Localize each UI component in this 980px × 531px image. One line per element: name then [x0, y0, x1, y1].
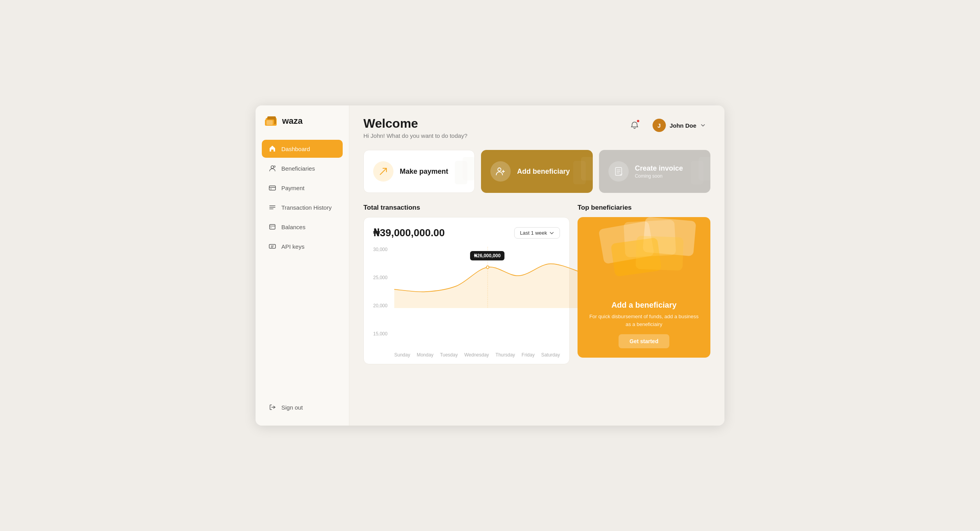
svg-rect-23 [691, 161, 703, 184]
chart-card: ₦39,000,000.00 Last 1 week 30,00025,0002… [363, 217, 570, 364]
home-icon [268, 144, 277, 153]
chart-svg-wrap: ₦26,000,000 [394, 247, 581, 310]
page-title: Welcome [363, 116, 467, 131]
sidebar-item-transaction-history[interactable]: Transaction History [262, 198, 343, 216]
add-beneficiary-card[interactable]: Add beneficiary [481, 150, 592, 193]
chart-y-labels: 30,00025,00020,00015,000 [373, 247, 393, 337]
svg-rect-17 [455, 161, 467, 184]
make-payment-decoration [451, 153, 475, 190]
svg-point-4 [271, 166, 274, 169]
chart-x-labels: SundayMondayTuesdayWednesdayThursdayFrid… [373, 352, 560, 358]
svg-rect-11 [270, 225, 275, 229]
chevron-down-icon [549, 231, 554, 235]
chart-total: ₦39,000,000.00 [373, 227, 445, 239]
user-menu[interactable]: J John Doe [648, 116, 710, 134]
sidebar-item-api-keys[interactable]: API keys [262, 237, 343, 255]
make-payment-label: Make payment [400, 167, 448, 176]
period-select[interactable]: Last 1 week [514, 227, 560, 239]
create-invoice-text: Create invoice Coming soon [635, 164, 683, 179]
svg-point-12 [271, 227, 272, 228]
svg-rect-6 [269, 186, 275, 190]
beneficiary-card: Add a beneficiary For quick disbursement… [578, 217, 710, 358]
add-user-icon [495, 166, 506, 176]
beneficiary-art [578, 217, 710, 295]
transaction-history-icon [268, 203, 277, 212]
invoice-icon [613, 166, 624, 176]
sidebar: waza Dashboard [256, 105, 349, 426]
notification-dot [636, 119, 640, 123]
top-beneficiaries-title: Top beneficiaries [578, 204, 710, 212]
add-beneficiary-decoration [569, 153, 593, 190]
beneficiaries-icon [268, 164, 277, 173]
payment-icon [268, 184, 277, 192]
create-invoice-label: Create invoice [635, 164, 683, 173]
chart-header: ₦39,000,000.00 Last 1 week [373, 227, 560, 239]
signout-button[interactable]: Sign out [262, 398, 343, 416]
svg-rect-3 [266, 120, 273, 125]
svg-rect-13 [269, 244, 275, 248]
create-invoice-card: Create invoice Coming soon [599, 150, 710, 193]
chart-section: Total transactions ₦39,000,000.00 Last 1… [363, 204, 570, 364]
logo: waza [256, 115, 349, 140]
svg-rect-7 [270, 189, 272, 189]
sidebar-bottom: Sign out [256, 398, 349, 416]
page-header: Welcome Hi John! What do you want to do … [363, 116, 710, 139]
waza-logo-icon [265, 115, 279, 127]
logo-text: waza [282, 116, 303, 126]
header-left: Welcome Hi John! What do you want to do … [363, 116, 467, 139]
signout-icon [268, 403, 277, 412]
chart-area: 30,00025,00020,00015,000 ₦26,000,000 [373, 247, 560, 348]
svg-rect-20 [573, 161, 586, 184]
chart-section-title: Total transactions [363, 204, 570, 212]
create-invoice-icon-wrap [608, 161, 629, 182]
beneficiary-card-description: For quick disbursement of funds, add a b… [587, 313, 701, 328]
app-container: waza Dashboard [256, 105, 724, 426]
beneficiary-content: Add a beneficiary For quick disbursement… [578, 293, 710, 358]
svg-point-25 [486, 266, 489, 269]
sidebar-item-balances[interactable]: Balances [262, 218, 343, 236]
beneficiary-card-title: Add a beneficiary [587, 301, 701, 310]
page-subtitle: Hi John! What do you want to do today? [363, 132, 467, 139]
main-content: Welcome Hi John! What do you want to do … [349, 105, 724, 426]
send-icon [378, 166, 388, 176]
balances-icon [268, 223, 277, 231]
make-payment-card[interactable]: Make payment [363, 150, 475, 193]
header-right: J John Doe [628, 116, 710, 134]
bottom-grid: Total transactions ₦39,000,000.00 Last 1… [363, 204, 710, 364]
action-cards: Make payment Add [363, 150, 710, 193]
svg-point-5 [274, 166, 275, 167]
add-beneficiary-icon-wrap [490, 161, 511, 182]
chevron-down-icon [700, 123, 706, 128]
coming-soon-label: Coming soon [635, 173, 683, 179]
get-started-button[interactable]: Get started [619, 334, 669, 348]
api-keys-icon [268, 242, 277, 251]
notification-button[interactable] [628, 118, 642, 132]
avatar: J [653, 119, 666, 132]
svg-point-18 [498, 168, 501, 171]
user-name: John Doe [670, 122, 696, 129]
make-payment-icon-wrap [373, 161, 393, 182]
sidebar-item-beneficiaries[interactable]: Beneficiaries [262, 159, 343, 177]
right-panel: Top beneficiaries [578, 204, 710, 364]
svg-rect-30 [636, 236, 684, 271]
sidebar-item-payment[interactable]: Payment [262, 179, 343, 197]
create-invoice-decoration [687, 153, 710, 190]
add-beneficiary-label: Add beneficiary [517, 167, 570, 176]
sidebar-nav: Dashboard Beneficiaries [256, 140, 349, 398]
sidebar-item-dashboard[interactable]: Dashboard [262, 140, 343, 158]
